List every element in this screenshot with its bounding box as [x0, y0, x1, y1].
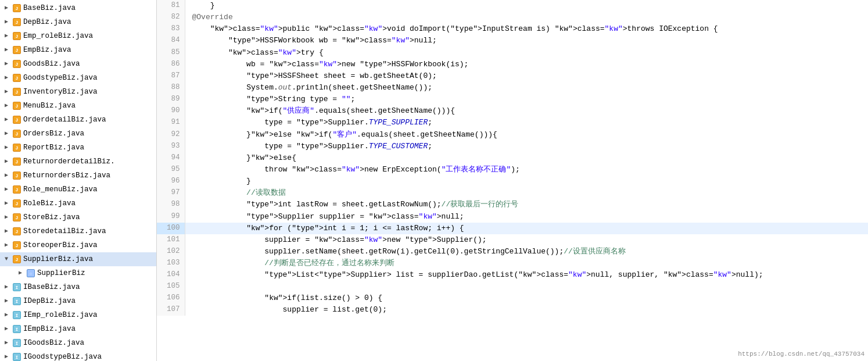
code-content[interactable]: }"kw">else{ [185, 152, 868, 164]
tree-arrow-icon: ▶ [5, 185, 12, 194]
line-number: 85 [157, 47, 185, 59]
sidebar-item[interactable]: ▶JEmpBiz.java [0, 43, 156, 57]
code-line: 93 type = "type">Supplier.TYPE_CUSTOMER; [157, 141, 868, 152]
code-content[interactable]: "type">List<"type">Supplier> list = supp… [185, 269, 868, 281]
tree-arrow-icon: ▶ [5, 17, 12, 27]
sidebar-item[interactable]: ▶JReturnorderdetailBiz. [0, 155, 156, 169]
sidebar-item[interactable]: ▶JOrderdetailBiz.java [0, 113, 156, 127]
sidebar-item[interactable]: ▶JReturnordersBiz.java [0, 169, 156, 183]
sidebar-item[interactable]: ▶IIEmp_roleBiz.java [0, 308, 156, 322]
code-content[interactable]: @Override [185, 12, 868, 23]
code-content[interactable]: "kw">for ("type">int i = 1; i <= lastRow… [185, 223, 868, 234]
file-icon: I [13, 353, 21, 361]
code-content[interactable]: "kw">if("供应商".equals(sheet.getSheetName(… [185, 105, 868, 117]
line-number: 94 [157, 152, 185, 164]
code-line: 97 //读取数据 [157, 187, 868, 199]
tree-arrow-icon: ▶ [5, 338, 12, 348]
tree-arrow-icon: ▶ [5, 115, 12, 124]
sidebar-item-label: GoodsBiz.java [23, 58, 80, 70]
sidebar-item[interactable]: ▶JOrdersBiz.java [0, 127, 156, 141]
code-editor[interactable]: 81 }82@Override83 "kw">class="kw">public… [157, 0, 868, 361]
code-content[interactable]: "kw">class="kw">public "kw">class="kw">v… [185, 23, 868, 35]
sidebar-item[interactable]: ▶JStoredetailBiz.java [0, 224, 156, 238]
code-line: 107 supplier = list.get(0); [157, 304, 868, 316]
code-line: 102 supplier.setName(sheet.getRow(i).get… [157, 246, 868, 258]
tree-arrow-icon: ▶ [5, 199, 12, 208]
sidebar-item-label: ReturnorderdetailBiz. [23, 156, 115, 167]
sidebar-item[interactable]: ▶JRoleBiz.java [0, 196, 156, 210]
code-content[interactable]: "type">int lastRow = sheet.getLastRowNum… [185, 199, 868, 210]
sidebar-item[interactable]: ▶IIDepBiz.java [0, 294, 156, 308]
tree-arrow-icon: ▶ [19, 269, 26, 278]
code-content[interactable]: System.out.println(sheet.getSheetName())… [185, 82, 868, 94]
code-content[interactable]: throw "kw">class="kw">new ErpException("… [185, 164, 868, 176]
code-content[interactable]: "kw">class="kw">try { [185, 47, 868, 59]
code-content[interactable]: }"kw">else "kw">if("客户".equals(sheet.get… [185, 129, 868, 141]
file-icon: J [13, 116, 21, 124]
sidebar-item[interactable]: ▶JReportBiz.java [0, 141, 156, 155]
code-content[interactable]: //判断是否已经存在，通过名称来判断 [185, 258, 868, 269]
sidebar-item[interactable]: ▼JSupplierBiz.java [0, 252, 156, 266]
line-number: 106 [157, 292, 185, 304]
sidebar-item[interactable]: ▶JEmp_roleBiz.java [0, 29, 156, 43]
code-content[interactable]: type = "type">Supplier.TYPE_SUPPLIER; [185, 117, 868, 128]
code-line: 87 "type">HSSFSheet sheet = wb.getSheetA… [157, 70, 868, 82]
code-content[interactable]: supplier = "kw">class="kw">new "type">Su… [185, 234, 868, 246]
line-number: 98 [157, 199, 185, 210]
sidebar-item[interactable]: ▶IIEmpBiz.java [0, 322, 156, 336]
code-content[interactable]: supplier.setName(sheet.getRow(i).getCell… [185, 246, 868, 258]
file-icon: J [13, 102, 21, 110]
sidebar-item[interactable]: ▶IIGoodstypeBiz.java [0, 350, 156, 361]
sidebar-item[interactable]: ▶JDepBiz.java [0, 15, 156, 29]
tree-arrow-icon: ▶ [5, 59, 12, 69]
code-content[interactable] [185, 281, 868, 292]
sidebar-item[interactable]: ▶JStoreoperBiz.java [0, 238, 156, 252]
file-icon: J [13, 74, 21, 82]
sidebar-item[interactable]: ▶JGoodstypeBiz.java [0, 71, 156, 85]
sidebar-item-label: IEmpBiz.java [23, 323, 76, 335]
code-content[interactable]: //读取数据 [185, 187, 868, 199]
code-content[interactable]: "kw">if(list.size() > 0) { [185, 292, 868, 304]
code-content[interactable]: type = "type">Supplier.TYPE_CUSTOMER; [185, 141, 868, 152]
code-content[interactable]: "type">Supplier supplier = "kw">class="k… [185, 211, 868, 223]
tree-arrow-icon: ▶ [5, 296, 12, 306]
line-number: 103 [157, 258, 185, 269]
file-icon: J [13, 213, 21, 221]
sidebar-item-label: ReturnordersBiz.java [23, 170, 110, 181]
sidebar-item[interactable]: ▶JMenuBiz.java [0, 99, 156, 113]
sidebar-item-label: StoreoperBiz.java [23, 240, 98, 251]
line-number: 97 [157, 187, 185, 199]
code-content[interactable]: wb = "kw">class="kw">new "type">HSSFWork… [185, 59, 868, 70]
tree-arrow-icon: ▶ [5, 3, 12, 13]
sidebar-item[interactable]: ▶JGoodsBiz.java [0, 57, 156, 71]
code-content[interactable]: "type">HSSFWorkbook wb = "kw">class="kw"… [185, 35, 868, 47]
line-number: 82 [157, 12, 185, 23]
sidebar-item[interactable]: ▶JBaseBiz.java [0, 1, 156, 15]
sidebar-item[interactable]: ▶IIBaseBiz.java [0, 280, 156, 294]
code-content[interactable]: } [185, 176, 868, 187]
code-content[interactable]: } [185, 0, 868, 12]
line-number: 100 [157, 223, 185, 234]
code-content[interactable]: supplier = list.get(0); [185, 304, 868, 316]
file-icon: J [13, 32, 21, 40]
line-number: 81 [157, 0, 185, 12]
code-line: 85 "kw">class="kw">try { [157, 47, 868, 59]
sidebar-item[interactable]: ▶JInventoryBiz.java [0, 85, 156, 99]
sidebar-item[interactable]: ▶IIGoodsBiz.java [0, 336, 156, 350]
file-icon: ☆ [27, 269, 35, 277]
sidebar-item-label: BaseBiz.java [23, 2, 76, 14]
tree-arrow-icon: ▼ [5, 255, 12, 264]
sidebar-item[interactable]: ▶☆SupplierBiz [0, 266, 156, 280]
file-tree[interactable]: ▶JBaseBiz.java▶JDepBiz.java▶JEmp_roleBiz… [0, 0, 157, 361]
code-line: 99 "type">Supplier supplier = "kw">class… [157, 211, 868, 223]
sidebar-item[interactable]: ▶JStoreBiz.java [0, 210, 156, 224]
code-content[interactable]: "type">String type = ""; [185, 94, 868, 105]
sidebar-item[interactable]: ▶JRole_menuBiz.java [0, 183, 156, 196]
tree-arrow-icon: ▶ [5, 283, 12, 292]
code-line: 86 wb = "kw">class="kw">new "type">HSSFW… [157, 59, 868, 70]
file-icon: J [13, 171, 21, 180]
tree-arrow-icon: ▶ [5, 45, 12, 55]
code-content[interactable]: "type">HSSFSheet sheet = wb.getSheetAt(0… [185, 70, 868, 82]
sidebar-item-label: DepBiz.java [23, 16, 71, 28]
sidebar-item-label: IBaseBiz.java [23, 281, 80, 293]
